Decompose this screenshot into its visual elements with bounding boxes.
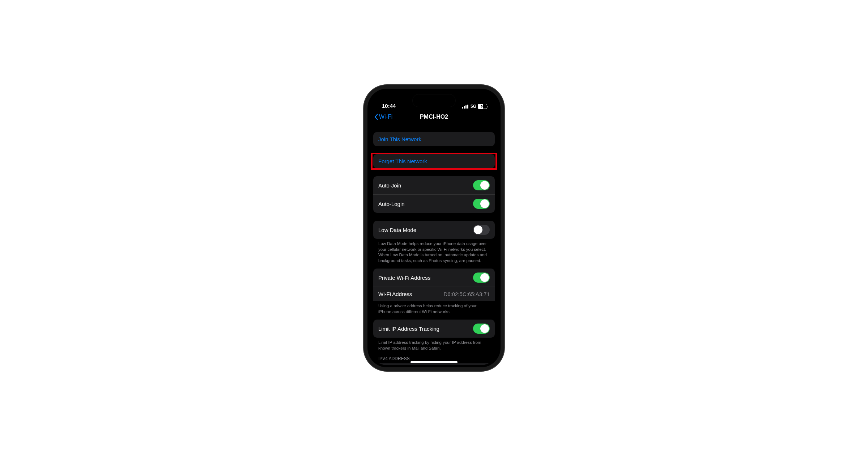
limit-ip-row: Limit IP Address Tracking xyxy=(373,320,495,338)
auto-login-row: Auto-Login xyxy=(373,194,495,213)
auto-join-row: Auto-Join xyxy=(373,176,495,194)
forget-network-highlight: Forget This Network xyxy=(373,154,495,168)
private-wifi-row: Private Wi-Fi Address xyxy=(373,269,495,287)
low-data-mode-label: Low Data Mode xyxy=(378,227,416,233)
chevron-left-icon xyxy=(374,114,378,120)
home-indicator[interactable] xyxy=(410,361,458,363)
back-label: Wi-Fi xyxy=(379,114,392,120)
low-data-mode-toggle[interactable] xyxy=(473,225,490,235)
limit-ip-footer: Limit IP address tracking by hiding your… xyxy=(373,338,495,351)
back-button[interactable]: Wi-Fi xyxy=(374,114,392,120)
nav-bar: Wi-Fi PMCI-HO2 xyxy=(370,110,498,124)
low-data-mode-row: Low Data Mode xyxy=(373,221,495,239)
signal-bars-icon xyxy=(462,105,468,109)
wifi-address-value: D6:02:5C:65:A3:71 xyxy=(443,291,490,297)
wifi-address-row[interactable]: Wi-Fi Address D6:02:5C:65:A3:71 xyxy=(373,287,495,301)
auto-login-toggle[interactable] xyxy=(473,199,490,209)
wifi-address-label: Wi-Fi Address xyxy=(378,291,412,297)
limit-ip-toggle[interactable] xyxy=(473,324,490,334)
auto-join-toggle[interactable] xyxy=(473,180,490,190)
auto-login-label: Auto-Login xyxy=(378,201,405,207)
battery-icon: 54 xyxy=(478,104,488,109)
status-network: 5G xyxy=(471,104,476,109)
auto-join-label: Auto-Join xyxy=(378,182,401,189)
phone-frame: 10:44 5G 54 Wi-Fi PMCI-HO2 Join This Net… xyxy=(367,89,501,367)
dynamic-island xyxy=(413,94,455,107)
forget-network-button[interactable]: Forget This Network xyxy=(373,154,495,168)
private-wifi-label: Private Wi-Fi Address xyxy=(378,275,430,281)
page-title: PMCI-HO2 xyxy=(420,114,448,120)
low-data-mode-footer: Low Data Mode helps reduce your iPhone d… xyxy=(373,239,495,263)
status-time: 10:44 xyxy=(382,103,396,109)
configure-ip-row[interactable]: Configure IP Automatic› xyxy=(373,363,495,365)
join-network-button[interactable]: Join This Network xyxy=(373,132,495,146)
screen: 10:44 5G 54 Wi-Fi PMCI-HO2 Join This Net… xyxy=(370,91,498,365)
settings-content[interactable]: Join This Network Forget This Network Au… xyxy=(370,124,498,365)
private-wifi-toggle[interactable] xyxy=(473,273,490,283)
private-wifi-footer: Using a private address helps reduce tra… xyxy=(373,301,495,314)
limit-ip-label: Limit IP Address Tracking xyxy=(378,326,439,332)
